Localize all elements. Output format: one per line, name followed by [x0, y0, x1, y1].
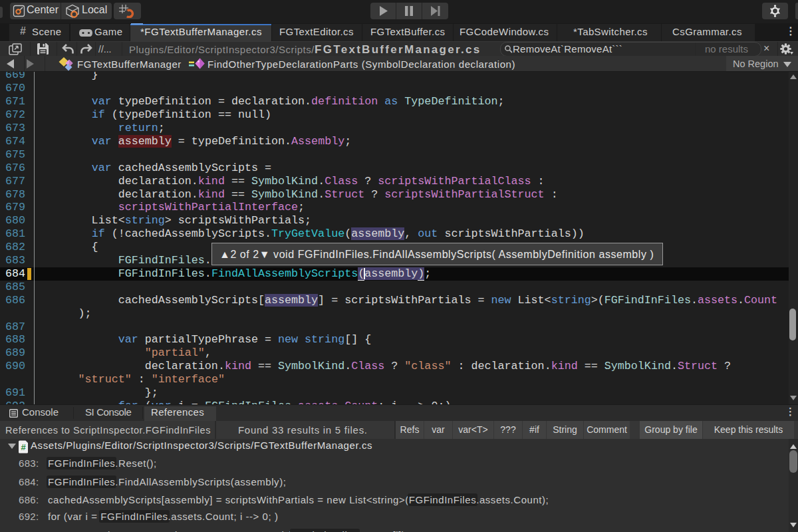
- svg-text:#: #: [21, 442, 26, 452]
